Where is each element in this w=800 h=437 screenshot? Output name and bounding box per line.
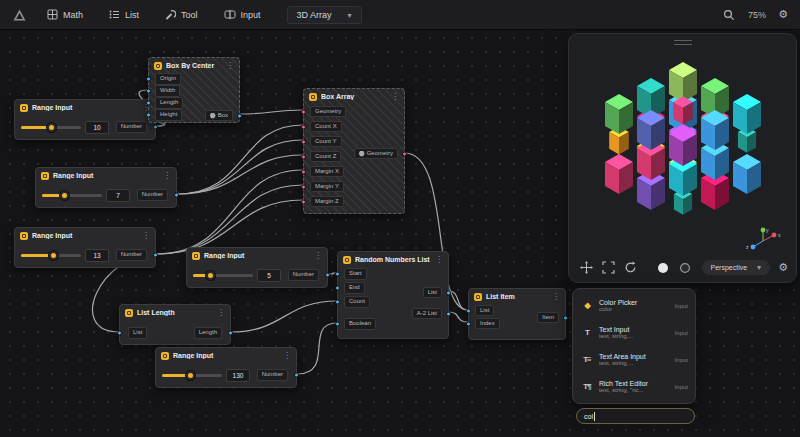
zoom-level[interactable]: 75% bbox=[748, 10, 766, 20]
node-header[interactable]: Range Input bbox=[36, 168, 176, 183]
input-port[interactable] bbox=[335, 322, 340, 327]
menu-input[interactable]: Input bbox=[224, 9, 261, 20]
node-menu-icon[interactable] bbox=[163, 172, 171, 180]
viewport-settings-gear-icon[interactable] bbox=[778, 262, 788, 273]
range-value[interactable]: 130 bbox=[226, 369, 250, 382]
node-menu-icon[interactable] bbox=[142, 232, 150, 240]
input-port[interactable] bbox=[301, 169, 306, 174]
node-header[interactable]: Range Input bbox=[15, 100, 155, 115]
input-port[interactable] bbox=[117, 331, 122, 336]
shaded-mode-toggle[interactable] bbox=[656, 261, 670, 275]
viewport-3d-scene[interactable] bbox=[569, 42, 798, 242]
node-search-input[interactable]: col bbox=[576, 408, 695, 424]
input-port[interactable] bbox=[301, 199, 306, 204]
input-port[interactable] bbox=[146, 101, 151, 106]
output-port[interactable] bbox=[294, 373, 299, 378]
projection-dropdown[interactable]: Perspective bbox=[702, 260, 771, 275]
input-port[interactable] bbox=[146, 77, 151, 82]
input-port[interactable] bbox=[466, 308, 471, 313]
input-label: List bbox=[128, 327, 147, 338]
output-port[interactable] bbox=[325, 273, 330, 278]
input-port[interactable] bbox=[335, 286, 340, 291]
node-menu-icon[interactable] bbox=[314, 252, 322, 260]
node-box-array[interactable]: Box Array Geometry Count X Count Y Count… bbox=[303, 88, 405, 214]
node-header[interactable]: Box By Center bbox=[149, 58, 239, 73]
range-slider[interactable] bbox=[21, 250, 81, 260]
output-port[interactable] bbox=[402, 151, 407, 156]
slider-knob[interactable] bbox=[186, 371, 195, 380]
node-menu-icon[interactable] bbox=[283, 352, 291, 360]
node-header[interactable]: List Length bbox=[120, 305, 230, 320]
search-input-value[interactable]: col bbox=[584, 413, 593, 420]
viewport-panel[interactable]: x y z Perspective bbox=[568, 33, 797, 283]
node-menu-icon[interactable] bbox=[391, 93, 399, 101]
axis-gizmo[interactable]: x y z bbox=[742, 226, 784, 256]
input-port[interactable] bbox=[301, 184, 306, 189]
node-range-input-4[interactable]: Range Input 5 Number bbox=[186, 247, 328, 288]
preset-dropdown[interactable]: 3D Array bbox=[287, 6, 362, 24]
node-menu-icon[interactable] bbox=[552, 293, 560, 301]
input-port[interactable] bbox=[146, 89, 151, 94]
rotate-view-icon[interactable] bbox=[623, 261, 637, 275]
settings-gear-icon[interactable] bbox=[778, 9, 788, 20]
node-range-input-5[interactable]: Range Input 130 Number bbox=[155, 347, 297, 388]
node-box-by-center[interactable]: Box By Center Origin Width Length Height… bbox=[148, 57, 240, 123]
palette-item-color-picker[interactable]: ◆ Color Picker color Input bbox=[573, 292, 695, 319]
slider-knob[interactable] bbox=[206, 271, 215, 280]
node-list-length[interactable]: List Length List Length bbox=[119, 304, 231, 345]
input-port[interactable] bbox=[335, 272, 340, 277]
output-port[interactable] bbox=[174, 193, 179, 198]
menu-math[interactable]: Math bbox=[47, 9, 83, 20]
node-range-input-2[interactable]: Range Input 7 Number bbox=[35, 167, 177, 208]
node-range-input-1[interactable]: Range Input 10 Number bbox=[14, 99, 156, 140]
output-port[interactable] bbox=[446, 311, 451, 316]
range-value[interactable]: 7 bbox=[106, 189, 130, 202]
range-slider[interactable] bbox=[193, 270, 253, 280]
palette-item-rich-text-editor[interactable]: T¶ Rich Text Editor text, string, "ric..… bbox=[573, 373, 695, 400]
range-slider[interactable] bbox=[42, 190, 102, 200]
search-icon[interactable] bbox=[722, 8, 736, 22]
slider-knob[interactable] bbox=[60, 191, 69, 200]
node-range-input-3[interactable]: Range Input 13 Number bbox=[14, 227, 156, 268]
menu-list[interactable]: List bbox=[109, 9, 139, 20]
node-list-item[interactable]: List Item List Index Item bbox=[468, 288, 566, 340]
node-header[interactable]: List Item bbox=[469, 289, 565, 304]
node-header[interactable]: Range Input bbox=[15, 228, 155, 243]
node-header[interactable]: Box Array bbox=[304, 89, 404, 104]
output-port[interactable] bbox=[446, 290, 451, 295]
input-port[interactable] bbox=[301, 139, 306, 144]
node-header[interactable]: Random Numbers List bbox=[338, 252, 448, 267]
input-port[interactable] bbox=[335, 300, 340, 305]
input-port[interactable] bbox=[301, 154, 306, 159]
input-label: Margin X bbox=[310, 166, 344, 177]
range-value[interactable]: 13 bbox=[85, 249, 109, 262]
node-header[interactable]: Range Input bbox=[156, 348, 296, 363]
slider-knob[interactable] bbox=[49, 251, 58, 260]
slider-knob[interactable] bbox=[47, 123, 56, 132]
input-port[interactable] bbox=[466, 321, 471, 326]
palette-item-text-input[interactable]: T Text Input text, string,... Input bbox=[573, 319, 695, 346]
output-port[interactable] bbox=[153, 125, 158, 130]
output-port[interactable] bbox=[237, 113, 242, 118]
node-menu-icon[interactable] bbox=[217, 309, 225, 317]
node-random-numbers-list[interactable]: Random Numbers List Start End Count Bool… bbox=[337, 251, 449, 339]
wireframe-mode-toggle[interactable] bbox=[678, 261, 692, 275]
menu-tool[interactable]: Tool bbox=[165, 9, 198, 20]
output-port[interactable] bbox=[153, 253, 158, 258]
range-slider[interactable] bbox=[21, 122, 81, 132]
range-slider[interactable] bbox=[162, 370, 222, 380]
input-port[interactable] bbox=[146, 113, 151, 118]
node-menu-icon[interactable] bbox=[226, 62, 234, 70]
input-port[interactable] bbox=[301, 109, 306, 114]
palette-item-text-area-input[interactable]: T≡ Text Area Input text, string,... Inpu… bbox=[573, 346, 695, 373]
zoom-fit-icon[interactable] bbox=[601, 261, 615, 275]
node-header[interactable]: Range Input bbox=[187, 248, 327, 263]
input-port[interactable] bbox=[301, 124, 306, 129]
range-value[interactable]: 5 bbox=[257, 269, 281, 282]
app-logo-icon[interactable] bbox=[12, 8, 27, 22]
range-value[interactable]: 10 bbox=[85, 121, 109, 134]
output-port[interactable] bbox=[563, 315, 568, 320]
pan-icon[interactable] bbox=[579, 261, 593, 275]
output-port[interactable] bbox=[228, 331, 233, 336]
node-menu-icon[interactable] bbox=[435, 256, 443, 264]
